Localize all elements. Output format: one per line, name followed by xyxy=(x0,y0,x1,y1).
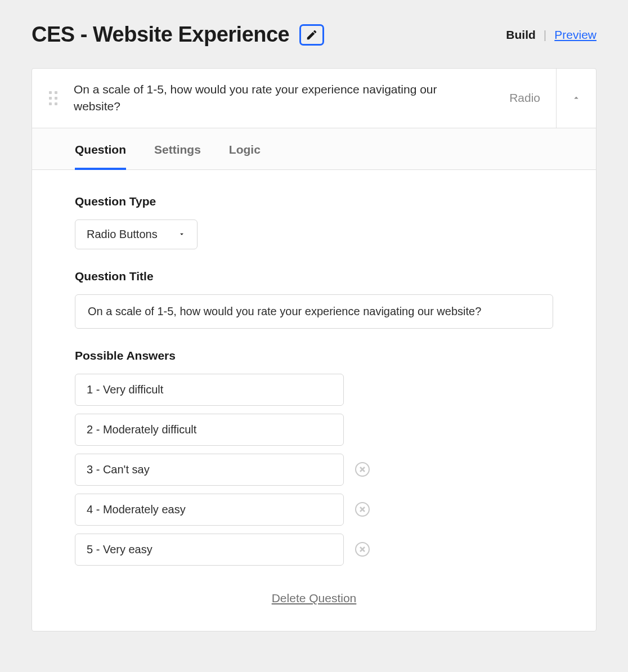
drag-handle-icon[interactable] xyxy=(49,91,57,105)
answer-row xyxy=(75,374,553,406)
question-type-dropdown[interactable]: Radio Buttons xyxy=(75,219,198,249)
answer-row xyxy=(75,454,553,486)
answer-row xyxy=(75,534,553,566)
chevron-down-icon xyxy=(178,230,186,238)
remove-answer-button[interactable] xyxy=(355,502,370,517)
remove-answer-button[interactable] xyxy=(355,462,370,477)
page-title: CES - Website Experience xyxy=(32,23,289,47)
answer-row xyxy=(75,414,553,446)
answer-input[interactable] xyxy=(75,414,344,446)
delete-question-row: Delete Question xyxy=(75,592,553,605)
question-tabs: Question Settings Logic xyxy=(32,128,596,170)
question-title-input[interactable] xyxy=(75,294,553,329)
page-header: CES - Website Experience Build | Preview xyxy=(32,23,596,47)
question-title-label: Question Title xyxy=(75,270,553,283)
tab-settings[interactable]: Settings xyxy=(154,143,201,170)
answer-input[interactable] xyxy=(75,494,344,526)
question-card-body: Question Type Radio Buttons Question Tit… xyxy=(32,170,596,631)
question-summary-text: On a scale of 1-5, how would you rate yo… xyxy=(74,69,494,128)
question-type-badge: Radio xyxy=(494,69,557,128)
question-card: On a scale of 1-5, how would you rate yo… xyxy=(32,68,596,631)
remove-answer-button[interactable] xyxy=(355,542,370,557)
chevron-up-icon xyxy=(571,93,581,103)
build-mode-label[interactable]: Build xyxy=(506,28,536,42)
close-icon xyxy=(359,506,366,513)
tab-question[interactable]: Question xyxy=(75,143,126,170)
question-type-group: Question Type Radio Buttons xyxy=(75,195,553,249)
question-title-group: Question Title xyxy=(75,270,553,329)
collapse-toggle[interactable] xyxy=(557,69,596,128)
header-left: CES - Website Experience xyxy=(32,23,324,47)
answer-row xyxy=(75,494,553,526)
question-card-header: On a scale of 1-5, how would you rate yo… xyxy=(32,69,596,128)
answer-input[interactable] xyxy=(75,454,344,486)
answer-input[interactable] xyxy=(75,534,344,566)
preview-link[interactable]: Preview xyxy=(554,28,596,42)
header-divider: | xyxy=(544,28,546,42)
close-icon xyxy=(359,466,366,473)
question-type-value: Radio Buttons xyxy=(87,228,158,241)
tab-logic[interactable]: Logic xyxy=(229,143,261,170)
edit-title-button[interactable] xyxy=(299,24,324,46)
possible-answers-label: Possible Answers xyxy=(75,349,553,362)
question-type-label: Question Type xyxy=(75,195,553,208)
header-right: Build | Preview xyxy=(506,28,596,42)
drag-handle-cell xyxy=(32,69,74,128)
close-icon xyxy=(359,546,366,553)
answer-input[interactable] xyxy=(75,374,344,406)
possible-answers-group: Possible Answers xyxy=(75,349,553,566)
delete-question-link[interactable]: Delete Question xyxy=(272,592,357,605)
pencil-icon xyxy=(306,29,318,41)
